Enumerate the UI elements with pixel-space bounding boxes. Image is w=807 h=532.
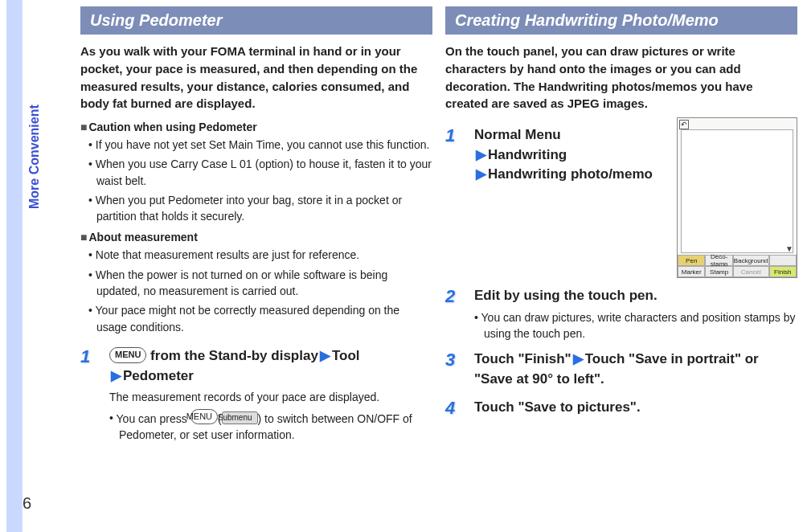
page-content: Using Pedometer As you walk with your FO…	[45, 0, 807, 532]
step-title: Touch "Save to pictures".	[474, 398, 797, 419]
caution-list: If you have not yet set Set Main Time, y…	[80, 137, 432, 227]
triangle-icon: ▶	[476, 165, 486, 185]
step-number: 4	[445, 398, 466, 419]
drawing-canvas	[681, 129, 793, 253]
step-title: Edit by using the touch pen.	[474, 286, 797, 306]
tool-rotate	[769, 255, 797, 266]
tool-marker: Marker	[678, 266, 705, 277]
phone-screenshot: ↶ ▼ Pen Deco-stamp Background Marker Sta…	[677, 117, 797, 278]
right-intro: On the touch panel, you can draw picture…	[445, 43, 797, 113]
step-body: MENU from the Stand-by display▶Tool ▶Ped…	[109, 346, 432, 443]
about-list: Note that measurement results are just f…	[80, 247, 432, 338]
list-item: When you put Pedometer into your bag, st…	[88, 192, 432, 225]
list-item: Your pace might not be correctly measure…	[88, 302, 432, 335]
menu-icon: MENU	[109, 347, 146, 363]
left-section-header: Using Pedometer	[80, 6, 432, 35]
step-body: Touch "Finish"▶Touch "Save in portrait" …	[474, 350, 797, 389]
menu-icon: MENU	[190, 409, 218, 425]
step-body: Edit by using the touch pen. You can dra…	[474, 286, 797, 342]
step-description: The measurement records of your pace are…	[109, 389, 432, 405]
step-sub-bullet: You can draw pictures, write characters …	[474, 309, 797, 342]
step-sub-bullet: You can press MENU(Submenu) to switch be…	[109, 409, 432, 444]
tool-palette: Pen Deco-stamp Background Marker Stamp C…	[678, 255, 797, 277]
step-number: 3	[445, 350, 466, 370]
caution-heading: Caution when using Pedometer	[80, 121, 432, 133]
right-section-header: Creating Handwriting Photo/Memo	[445, 6, 797, 35]
right-step-1-row: 1 Normal Menu ▶Handwriting ▶Handwriting …	[445, 117, 797, 278]
list-item: When you use Carry Case L 01 (option) to…	[88, 156, 432, 189]
undo-icon: ↶	[679, 120, 689, 129]
triangle-icon: ▶	[476, 145, 486, 166]
tool-cancel: Cancel	[733, 266, 769, 277]
step-text: from the Stand-by display	[146, 348, 317, 363]
step-text: Touch "Finish"	[474, 351, 571, 366]
about-heading: About measurement	[80, 231, 432, 243]
tool-background: Background	[733, 255, 769, 266]
tool-pen: Pen	[678, 255, 705, 266]
chevron-down-icon: ▼	[785, 244, 793, 253]
left-intro: As you walk with your FOMA terminal in h…	[80, 43, 432, 113]
step-number: 2	[445, 286, 466, 307]
triangle-icon: ▶	[111, 366, 121, 387]
list-item: Note that measurement results are just f…	[88, 247, 432, 263]
step-number: 1	[80, 346, 101, 367]
tool-decostamp: Deco-stamp	[705, 255, 732, 266]
list-item: When the power is not turned on or while…	[88, 267, 432, 300]
step-text: You can press	[117, 411, 190, 424]
step-text: Pedometer	[123, 368, 194, 383]
right-column: Creating Handwriting Photo/Memo On the t…	[445, 6, 797, 516]
step-title: MENU from the Stand-by display▶Tool ▶Ped…	[109, 346, 432, 386]
right-step-2: 2 Edit by using the touch pen. You can d…	[445, 286, 797, 342]
step-text: Normal Menu	[474, 127, 561, 142]
right-step-1: 1 Normal Menu ▶Handwriting ▶Handwriting …	[445, 125, 669, 278]
step-text: Tool	[332, 348, 360, 363]
submenu-icon: Submenu	[222, 411, 258, 425]
step-text: Handwriting	[488, 147, 567, 162]
left-column: Using Pedometer As you walk with your FO…	[80, 6, 432, 516]
side-tab-strip	[6, 0, 23, 532]
triangle-icon: ▶	[573, 350, 584, 370]
step-number: 1	[445, 125, 466, 146]
tool-finish: Finish	[769, 266, 797, 277]
right-step-3: 3 Touch "Finish"▶Touch "Save in portrait…	[445, 350, 797, 389]
right-step-4: 4 Touch "Save to pictures".	[445, 398, 797, 419]
side-tab-label: More Convenient	[27, 104, 42, 209]
side-tab: More Convenient	[0, 0, 29, 532]
list-item: If you have not yet set Set Main Time, y…	[88, 137, 432, 153]
triangle-icon: ▶	[320, 346, 330, 366]
step-text: Handwriting photo/memo	[488, 166, 653, 182]
left-step-1: 1 MENU from the Stand-by display▶Tool ▶P…	[80, 346, 432, 443]
step-body: Normal Menu ▶Handwriting ▶Handwriting ph…	[474, 125, 669, 278]
tool-stamp: Stamp	[705, 266, 732, 277]
